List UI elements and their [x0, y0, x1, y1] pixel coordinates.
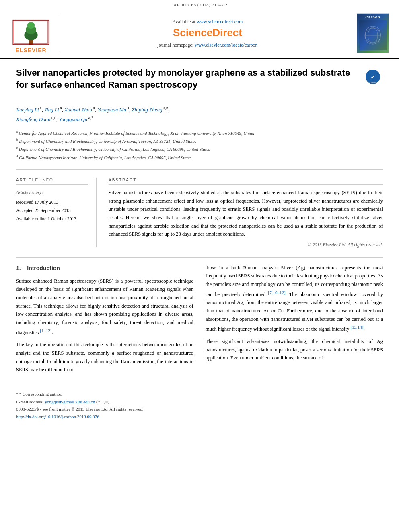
article-info-label: ARTICLE INFO [16, 178, 88, 185]
author-yongquan-qu: Yongquan Qu [59, 116, 88, 122]
journal-volume-text: CARBON 66 (2014) 713–719 [171, 2, 229, 7]
affiliation-b: b Department of Chemistry and Biochemist… [16, 137, 383, 145]
copyright-line: © 2013 Elsevier Ltd. All rights reserved… [109, 242, 383, 247]
article-content: Silver nanoparticles protected by monola… [0, 59, 399, 429]
corresponding-author-note: * * Corresponding author. [16, 390, 383, 398]
section-divider [16, 257, 383, 258]
abstract-text: Silver nanostructures have been extensiv… [109, 189, 383, 238]
carbon-cover-graphic [359, 20, 387, 50]
author-jing-li: Jing Li [44, 107, 59, 113]
body-paragraph-1: Surface-enhanced Raman spectroscopy (SER… [16, 277, 193, 337]
author-xiangfeng-duan: Xiangfeng Duan [16, 116, 51, 122]
body-paragraph-4: These significant advantages notwithstan… [206, 337, 383, 362]
section-1-title: Introduction [27, 265, 60, 271]
available-at-text: Available at www.sciencedirect.com [173, 19, 243, 25]
crossmark-block[interactable]: ✓ CrossMark [363, 69, 383, 85]
history-label: Article history: [16, 189, 88, 197]
body-right-column: those in a bulk Raman analysis. Silver (… [206, 264, 383, 378]
author-zhiping-zheng: Zhiping Zheng [132, 107, 162, 113]
affiliation-c: c Department of Chemistry and Biochemist… [16, 145, 383, 153]
carbon-cover: Carbon [355, 13, 391, 53]
ref-1-12[interactable]: [1–12] [40, 328, 51, 333]
elsevier-text: ELSEVIER [15, 47, 46, 53]
author-xueying-li: Xueying Li [16, 107, 39, 113]
affiliation-d: d California Nanosystems Institute, Univ… [16, 153, 383, 161]
svg-text:CrossMark: CrossMark [368, 81, 378, 84]
abstract-column: ABSTRACT Silver nanostructures have been… [109, 178, 383, 247]
body-paragraph-3: those in a bulk Raman analysis. Silver (… [206, 264, 383, 333]
info-abstract-columns: ARTICLE INFO Article history: Received 1… [16, 178, 383, 247]
authors-section: Xueying Li a, Jing Li a, Xuemei Zhou a, … [16, 105, 383, 123]
article-title-section: Silver nanoparticles protected by monola… [16, 67, 383, 97]
affiliations-section: a Center for Applied Chemical Research, … [16, 129, 383, 170]
doi-copyright-line: 0008-6223/$ - see front matter © 2013 El… [16, 405, 383, 413]
author-email-link[interactable]: yongquan@mail.xjtu.edu.cn [45, 399, 95, 404]
article-info-column: ARTICLE INFO Article history: Received 1… [16, 178, 97, 247]
doi-url-line: http://dx.doi.org/10.1016/j.carbon.2013.… [16, 413, 383, 421]
ref-13-14[interactable]: [13,14] [350, 325, 363, 329]
doi-url-link[interactable]: http://dx.doi.org/10.1016/j.carbon.2013.… [16, 414, 99, 419]
homepage-url-link[interactable]: www.elsevier.com/locate/carbon [195, 42, 258, 48]
svg-text:✓: ✓ [370, 74, 375, 80]
section-1-number: 1. [16, 265, 21, 271]
page-footer: * * Corresponding author. E-mail address… [16, 386, 383, 421]
abstract-label: ABSTRACT [109, 178, 383, 185]
author-yuanyuan-ma: Yuanyuan Ma [98, 107, 126, 113]
journal-center-block: Available at www.sciencedirect.com Scien… [60, 13, 355, 53]
affiliation-a: a Center for Applied Chemical Research, … [16, 129, 383, 137]
article-history: Article history: Received 17 July 2013 A… [16, 189, 88, 223]
body-left-column: 1. Introduction Surface-enhanced Raman s… [16, 264, 193, 378]
ref-7-10-12[interactable]: [7,10–12] [268, 290, 286, 295]
crossmark-icon: ✓ CrossMark [365, 69, 381, 85]
email-line: E-mail address: yongquan@mail.xjtu.edu.c… [16, 398, 383, 406]
article-title: Silver nanoparticles protected by monola… [16, 67, 357, 90]
elsevier-tree-icon [11, 19, 51, 45]
sd-url-link[interactable]: www.sciencedirect.com [197, 19, 243, 25]
journal-volume-bar: CARBON 66 (2014) 713–719 [0, 0, 399, 9]
sciencedirect-logo-text[interactable]: ScienceDirect [173, 27, 242, 39]
author-xuemei-zhou: Xuemei Zhou [64, 107, 92, 113]
available-online-date: Available online 1 October 2013 [16, 215, 88, 223]
homepage-text: journal homepage: www.elsevier.com/locat… [157, 42, 257, 48]
section-1-heading: 1. Introduction [16, 264, 193, 273]
carbon-cover-image: Carbon [357, 13, 389, 53]
svg-point-3 [27, 22, 35, 29]
accepted-date: Accepted 25 September 2013 [16, 206, 88, 215]
received-date: Received 17 July 2013 [16, 198, 88, 207]
body-text-columns: 1. Introduction Surface-enhanced Raman s… [16, 264, 383, 378]
journal-header: ELSEVIER Available at www.sciencedirect.… [0, 9, 399, 59]
body-paragraph-2: The key to the operation of this techniq… [16, 341, 193, 374]
elsevier-logo-block: ELSEVIER [8, 13, 60, 53]
svg-rect-6 [359, 20, 387, 50]
